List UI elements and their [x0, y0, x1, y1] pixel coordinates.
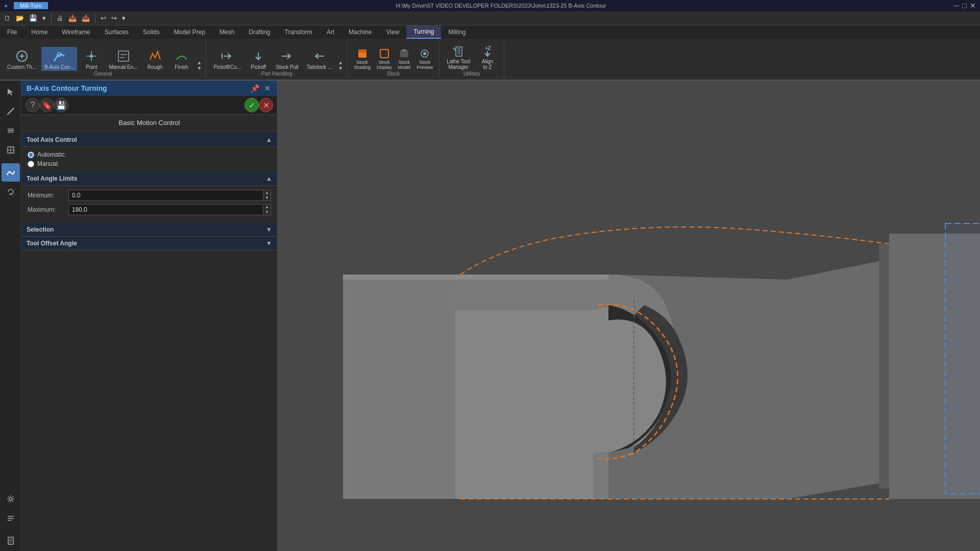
tab-drafting[interactable]: Drafting: [241, 26, 277, 39]
stock-preview-button[interactable]: StockPreview: [414, 46, 435, 71]
manual-radio-row[interactable]: Manual:: [28, 160, 271, 167]
tab-transform[interactable]: Transform: [278, 26, 320, 39]
tool-offset-angle-section-header[interactable]: Tool Offset Angle ▼: [21, 237, 277, 251]
tab-turning[interactable]: Turning: [406, 26, 441, 39]
tab-machine[interactable]: Machine: [341, 26, 379, 39]
stock-display-label: StockDisplay: [377, 60, 392, 70]
minimum-spinner: ▲ ▼: [263, 190, 271, 201]
tab-solids[interactable]: Solids: [136, 26, 167, 39]
viewport: ⊕ AutoCursor ⊞ ◎ ◼ ↔ ⊡ ⊞ ⊟ ⊠: [278, 81, 980, 551]
minimum-field-row: Minimum: ▲ ▼: [28, 190, 271, 201]
rotate-tool-button[interactable]: [2, 183, 20, 201]
minimum-input[interactable]: [68, 190, 263, 201]
minimize-button[interactable]: ─: [954, 2, 960, 10]
rough-button[interactable]: Rough: [143, 47, 167, 71]
snap-tool-button[interactable]: [2, 141, 20, 159]
layers-tool-button[interactable]: [2, 121, 20, 140]
3d-scene: [278, 81, 980, 551]
save-file-button[interactable]: 💾: [27, 13, 39, 23]
point-icon: [83, 48, 100, 64]
edit-tool-button[interactable]: [2, 102, 20, 120]
general-scroll-down[interactable]: ▼: [197, 65, 202, 71]
stock-shading-button[interactable]: StockShading: [352, 46, 373, 71]
panel-cancel-button[interactable]: ✕: [259, 98, 273, 112]
panel-ok-button[interactable]: ✓: [244, 98, 259, 112]
svg-rect-48: [945, 223, 980, 494]
tool-axis-control-header[interactable]: Tool Axis Control ▲: [21, 133, 277, 147]
automatic-radio-row[interactable]: Automatic:: [28, 151, 271, 158]
panel-help-button[interactable]: ?: [26, 98, 40, 112]
stock-display-button[interactable]: StockDisplay: [375, 46, 394, 71]
tab-mesh[interactable]: Mesh: [212, 26, 241, 39]
panel-save-button[interactable]: 💾: [54, 98, 68, 112]
new-file-button[interactable]: 🗋: [2, 13, 13, 23]
panel-close-button[interactable]: ✕: [263, 84, 272, 93]
tab-surfaces[interactable]: Surfaces: [97, 26, 136, 39]
panel-pin-button[interactable]: 📌: [249, 84, 261, 93]
doc-tool-button[interactable]: [2, 532, 20, 550]
stock-group-label: Stock: [387, 71, 400, 78]
part-handling-scroll-down[interactable]: ▼: [338, 65, 343, 71]
point-button[interactable]: Point: [79, 47, 104, 71]
history-dropdown-button[interactable]: ▾: [120, 13, 128, 23]
main-area: B-Axis Contour Turning 📌 ✕ ? 🔖 💾 ✓ ✕ Bas…: [0, 81, 980, 551]
b-axis-contour-button[interactable]: B-Axis Con...: [41, 47, 77, 71]
maximize-button[interactable]: □: [963, 2, 967, 10]
selection-section-header[interactable]: Selection ▼: [21, 223, 277, 237]
qa-dropdown-button[interactable]: ▾: [40, 13, 48, 23]
close-button[interactable]: ✕: [970, 2, 976, 10]
tab-milling[interactable]: Milling: [441, 26, 473, 39]
maximum-spinner-up[interactable]: ▲: [263, 205, 271, 210]
maximum-input[interactable]: [68, 204, 263, 215]
tool-angle-limits-header[interactable]: Tool Angle Limits ▲: [21, 172, 277, 186]
minimum-spinner-up[interactable]: ▲: [263, 190, 271, 195]
pickoff-button[interactable]: Pickoff: [246, 47, 271, 71]
part-handling-scroll-up[interactable]: ▲: [338, 60, 343, 65]
pickoff-cu-button[interactable]: Pickoff/Cu...: [210, 47, 244, 71]
redo-button[interactable]: ↪: [109, 13, 119, 23]
settings-tool-button[interactable]: [2, 490, 20, 508]
ribbon-group-utilities: Lathe ToolManager +Z Alignto Z Utilities: [439, 41, 504, 78]
lathe-tool-manager-button[interactable]: Lathe ToolManager: [444, 41, 473, 71]
tab-art[interactable]: Art: [320, 26, 341, 39]
stock-model-button[interactable]: StockModel: [396, 46, 413, 71]
custom-th-button[interactable]: Custom Th...: [4, 47, 39, 71]
export-button[interactable]: 📤: [66, 13, 79, 23]
lathe-tool-manager-label: Lathe ToolManager: [447, 59, 470, 70]
tab-file[interactable]: File: [0, 26, 24, 39]
tab-model-prep[interactable]: Model Prep: [167, 26, 212, 39]
tab-wireframe[interactable]: Wireframe: [55, 26, 97, 39]
maximum-spinner-down[interactable]: ▼: [263, 210, 271, 215]
tab-view[interactable]: View: [379, 26, 406, 39]
minimum-input-wrap: ▲ ▼: [68, 190, 271, 201]
manual-en-label: Manual En...: [109, 64, 137, 70]
print-button[interactable]: 🖨: [55, 13, 65, 23]
manual-radio[interactable]: [28, 161, 34, 167]
tool-angle-limits-title: Tool Angle Limits: [27, 175, 77, 182]
tailstock-button[interactable]: Tailstock ...: [304, 47, 335, 71]
scene-svg: [278, 81, 980, 551]
automatic-label: Automatic:: [37, 151, 66, 158]
tool-axis-radio-group: Automatic: Manual:: [28, 151, 271, 167]
list-tool-button[interactable]: [2, 509, 20, 528]
import-button[interactable]: 📥: [80, 13, 92, 23]
minimum-spinner-down[interactable]: ▼: [263, 195, 271, 201]
utilities-group-label: Utilities: [463, 71, 480, 78]
stock-model-icon: [398, 47, 410, 60]
automatic-radio[interactable]: [28, 152, 34, 158]
general-scroll-up[interactable]: ▲: [197, 60, 202, 65]
tab-home[interactable]: Home: [24, 26, 55, 39]
svg-rect-5: [118, 51, 129, 61]
panel-bookmark-button[interactable]: 🔖: [40, 98, 54, 112]
stock-pull-button[interactable]: Stock Pull: [273, 47, 301, 71]
pickoff-icon: [250, 48, 266, 64]
undo-button[interactable]: ↩: [99, 13, 108, 23]
selection-section-title: Selection: [27, 226, 54, 233]
open-file-button[interactable]: 📂: [14, 13, 26, 23]
svg-rect-15: [400, 51, 408, 57]
cursor-tool-button[interactable]: [2, 83, 20, 101]
manual-en-button[interactable]: Manual En...: [106, 47, 140, 71]
finish-button[interactable]: Finish: [169, 47, 194, 71]
contour-tool-button[interactable]: [2, 163, 20, 182]
align-to-z-button[interactable]: +Z Alignto Z: [475, 41, 500, 71]
